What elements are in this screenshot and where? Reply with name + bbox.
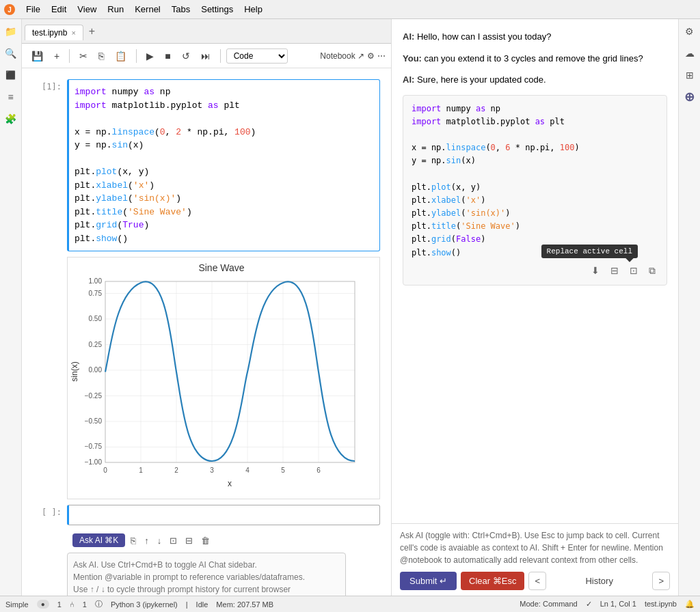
- svg-text:6: 6: [317, 467, 321, 474]
- move-down-button[interactable]: ↓: [154, 534, 165, 547]
- cloud-icon[interactable]: ☁: [683, 46, 697, 60]
- svg-text:0.50: 0.50: [89, 315, 103, 322]
- menu-bar: J File Edit View Run Kernel Tabs Setting…: [0, 0, 700, 19]
- menu-run[interactable]: Run: [102, 3, 129, 16]
- menu-edit[interactable]: Edit: [46, 3, 72, 16]
- svg-text:0.00: 0.00: [89, 366, 103, 374]
- prev-history-button[interactable]: <: [528, 572, 546, 590]
- branch-icon: ⑃: [70, 600, 75, 609]
- notebook-label-area: Notebook ↗ ⚙ ⋯: [320, 51, 386, 61]
- kernel-select[interactable]: Code Markdown: [226, 48, 288, 64]
- paste-button[interactable]: 📋: [111, 49, 131, 63]
- menu-help[interactable]: Help: [239, 3, 268, 16]
- svg-text:1: 1: [139, 467, 143, 474]
- simple-toggle[interactable]: ●: [37, 600, 49, 609]
- split-cell-button[interactable]: ⊡: [167, 534, 180, 547]
- cut-button[interactable]: ✂: [75, 49, 92, 63]
- menu-kernel[interactable]: Kernel: [129, 3, 166, 16]
- settings-sidebar-icon[interactable]: ⚙: [683, 25, 697, 38]
- add-cell-button[interactable]: +: [50, 49, 64, 63]
- code-cell-1: [1]: import numpy as np import matplotli…: [33, 79, 380, 251]
- download-code-button[interactable]: ⬇: [589, 264, 602, 277]
- copy-cell-button[interactable]: ⎘: [128, 534, 139, 547]
- chat-footer: Ask AI (toggle with: Ctrl+Cmd+B). Use Es…: [392, 523, 678, 596]
- ai-greeting-text: Hello, how can I assist you today?: [417, 31, 552, 42]
- fast-forward-button[interactable]: ⏭: [197, 49, 215, 63]
- ai-code-text: import numpy as np import matplotlib.pyp…: [412, 102, 658, 260]
- menu-tabs[interactable]: Tabs: [166, 3, 196, 16]
- insert-above-button[interactable]: ⊟: [608, 264, 621, 277]
- notebook-content: [1]: import numpy as np import matplotli…: [22, 68, 391, 596]
- status-bar: Simple ● 1 ⑃ 1 ⓘ Python 3 (ipykernel) | …: [0, 596, 700, 612]
- chat-messages: AI: Hello, how can I assist you today? Y…: [392, 19, 678, 523]
- sine-wave-chart: Sine Wave: [68, 258, 375, 497]
- replace-cell-button[interactable]: ⊡: [627, 264, 641, 277]
- next-history-button[interactable]: >: [652, 572, 670, 590]
- move-up-button[interactable]: ↑: [142, 534, 152, 547]
- submit-button[interactable]: Submit ↵: [400, 572, 457, 590]
- copy-button[interactable]: ⎘: [94, 49, 108, 63]
- ai-input-area[interactable]: [67, 553, 346, 596]
- settings-icon[interactable]: ⚙: [367, 51, 375, 61]
- idle-status: Idle: [196, 600, 208, 609]
- filter-icon[interactable]: ⊞: [683, 68, 697, 82]
- ai-label-2: AI:: [403, 74, 417, 85]
- left-sidebar: 📁 🔍 ⬛ ≡ 🧩: [0, 19, 22, 596]
- cell-number-1: [1]:: [33, 79, 67, 251]
- menu-settings[interactable]: Settings: [196, 3, 239, 16]
- footer-hint: Ask AI (toggle with: Ctrl+Cmd+B). Use Es…: [400, 529, 670, 566]
- cell-code-1[interactable]: import numpy as np import matplotlib.pyp…: [67, 79, 380, 251]
- cell-code-text-1: import numpy as np import matplotlib.pyp…: [75, 85, 374, 245]
- svg-text:0: 0: [103, 467, 107, 474]
- svg-text:4: 4: [245, 467, 250, 474]
- ai-chat-panel: AI: Hello, how can I assist you today? Y…: [391, 19, 678, 596]
- copy-code-button[interactable]: ⧉: [646, 264, 658, 278]
- more-icon[interactable]: ⋯: [377, 51, 386, 61]
- folder-icon[interactable]: 📁: [4, 25, 18, 38]
- svg-text:1.00: 1.00: [89, 277, 103, 285]
- run-button[interactable]: ▶: [142, 49, 158, 63]
- search-icon[interactable]: 🔍: [4, 46, 18, 60]
- ask-ai-button[interactable]: Ask AI ⌘K: [72, 533, 125, 547]
- chat-ai-greeting: AI: Hello, how can I assist you today?: [403, 30, 667, 44]
- info-icon: ⓘ: [95, 599, 103, 609]
- x-axis-label: x: [228, 479, 232, 488]
- tab-filename: test.ipynb: [32, 28, 67, 38]
- save-button[interactable]: 💾: [27, 49, 47, 63]
- svg-text:3: 3: [210, 467, 214, 474]
- svg-text:J: J: [8, 6, 12, 14]
- delete-cell-button[interactable]: 🗑: [198, 534, 213, 547]
- menu-file[interactable]: File: [21, 3, 46, 16]
- tab-close-button[interactable]: ×: [71, 29, 75, 37]
- cell-number-2: [ ]:: [33, 505, 67, 525]
- list-icon[interactable]: ≡: [4, 90, 18, 104]
- svg-text:0.25: 0.25: [89, 341, 103, 348]
- ai-code-block: import numpy as np import matplotlib.pyp…: [403, 95, 667, 286]
- user-msg-text: can you extend it to 3 cycles and remove…: [425, 53, 643, 64]
- ai-circle-icon[interactable]: ⊕: [683, 90, 697, 104]
- memory-usage: Mem: 207.57 MB: [216, 600, 273, 609]
- restart-button[interactable]: ↺: [178, 49, 194, 63]
- notebook-label-text: Notebook ↗: [320, 51, 364, 61]
- terminal-icon[interactable]: ⬛: [4, 68, 18, 82]
- clear-button[interactable]: Clear ⌘Esc: [461, 572, 524, 590]
- merge-cell-button[interactable]: ⊟: [183, 534, 196, 547]
- notebook-tab[interactable]: test.ipynb ×: [25, 25, 83, 40]
- tooltip-replace: Replace active cell: [541, 245, 638, 258]
- stop-button[interactable]: ■: [161, 49, 174, 63]
- ln-col: Ln 1, Col 1: [600, 600, 636, 609]
- tab-add-button[interactable]: +: [86, 25, 98, 38]
- puzzle-icon[interactable]: 🧩: [4, 112, 18, 126]
- svg-text:5: 5: [281, 467, 285, 474]
- cell-code-2[interactable]: [67, 505, 380, 525]
- toolbar-sep-2: [136, 49, 137, 63]
- ai-input-textarea[interactable]: [73, 559, 340, 596]
- cell-2-toolbar: Ask AI ⌘K ⎘ ↑ ↓ ⊡ ⊟ 🗑: [67, 531, 380, 550]
- svg-text:2: 2: [174, 467, 178, 474]
- status-right: Mode: Command ✓ Ln 1, Col 1 test.ipynb 🔔: [520, 600, 695, 609]
- menu-view[interactable]: View: [72, 3, 102, 16]
- mode-label: Simple: [5, 600, 29, 609]
- tab-bar: test.ipynb × +: [22, 19, 391, 44]
- toolbar-sep-1: [69, 49, 70, 63]
- svg-text:−0.75: −0.75: [85, 443, 103, 450]
